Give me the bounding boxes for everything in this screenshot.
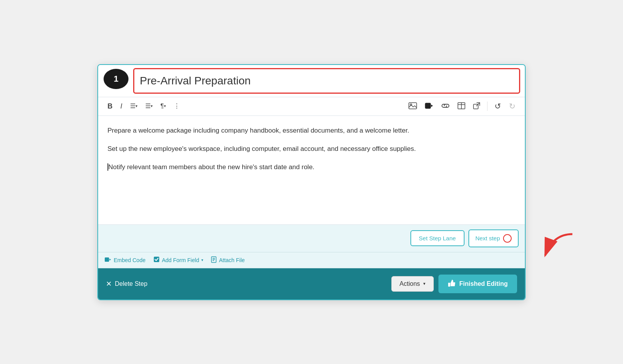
undo-icon: ↺ [495,102,501,110]
set-step-lane-button[interactable]: Set Step Lane [410,230,465,246]
page-wrapper: 1 B I ☰ ▾ ☰ ▾ ¶ ▾ ⋮ [0,49,623,316]
content-paragraph-1: Prepare a welcome package including comp… [107,125,516,136]
finished-editing-label: Finished Editing [459,280,508,287]
redo-button[interactable]: ↻ [506,100,519,112]
ordered-list-dropdown-icon: ▾ [136,104,137,108]
actions-label: Actions [399,280,420,287]
more-options-button[interactable]: ⋮ [171,101,183,111]
next-step-button[interactable]: Next step [468,229,519,247]
unordered-list-dropdown-icon: ▾ [151,104,153,108]
redo-icon: ↻ [509,102,516,110]
editor-content[interactable]: Prepare a welcome package including comp… [98,116,525,225]
italic-button[interactable]: I [117,101,125,112]
ordered-list-button[interactable]: ☰ ▾ [127,101,141,111]
editor-link-row: Embed Code Add Form Field ▾ [98,252,525,268]
svg-rect-16 [448,283,450,287]
link-icon [441,103,450,110]
add-form-field-icon [153,256,160,264]
title-input-wrapper [133,68,520,94]
unordered-list-button[interactable]: ☰ ▾ [142,101,156,111]
external-link-icon [473,102,480,110]
video-icon [425,103,433,110]
editor-card: 1 B I ☰ ▾ ☰ ▾ ¶ ▾ ⋮ [97,64,526,300]
embed-code-video-icon [104,257,111,263]
embed-code-label: Embed Code [114,257,146,263]
svg-rect-9 [105,257,109,262]
thumbs-up-icon [448,279,456,289]
content-paragraph-3: Notify relevant team members about the n… [107,162,516,172]
step-number-badge: 1 [104,69,128,89]
delete-step-button[interactable]: ✕ Delete Step [106,280,148,288]
attach-file-icon [211,256,216,264]
external-link-button[interactable] [470,100,483,112]
more-options-icon: ⋮ [174,103,180,109]
next-step-circle-icon [503,234,512,243]
add-form-field-label: Add Form Field [162,257,199,263]
content-paragraph-2: Set up the new employee's workspace, inc… [107,144,516,154]
paragraph-dropdown-icon: ▾ [164,104,166,108]
table-icon [458,102,465,110]
attach-file-button[interactable]: Attach File [211,256,245,264]
finished-editing-button[interactable]: Finished Editing [438,275,517,293]
red-arrow [541,230,576,261]
add-form-field-dropdown-icon: ▾ [201,258,203,262]
table-button[interactable] [454,100,468,112]
paragraph-icon: ¶ [160,103,164,109]
svg-marker-3 [431,105,433,107]
attach-file-label: Attach File [219,257,245,263]
unordered-list-icon: ☰ [145,103,151,109]
image-button[interactable] [405,100,420,112]
actions-dropdown-icon: ▾ [423,281,426,286]
delete-step-x-icon: ✕ [106,280,112,288]
add-form-field-button[interactable]: Add Form Field ▾ [153,256,204,264]
footer-right: Actions ▾ Finished Editing [391,275,517,293]
ordered-list-icon: ☰ [130,103,136,109]
editor-toolbar: B I ☰ ▾ ☰ ▾ ¶ ▾ ⋮ [98,97,525,116]
paragraph-button[interactable]: ¶ ▾ [157,101,169,111]
link-button[interactable] [438,101,453,112]
actions-button[interactable]: Actions ▾ [391,276,433,292]
editor-footer: ✕ Delete Step Actions ▾ Finished Editing [98,268,525,299]
image-icon [408,102,417,110]
video-button[interactable] [422,101,436,112]
delete-step-label: Delete Step [115,280,148,287]
embed-code-button[interactable]: Embed Code [104,257,146,263]
svg-rect-2 [425,103,431,108]
svg-marker-10 [109,259,111,261]
title-input[interactable] [134,69,519,93]
undo-button[interactable]: ↺ [491,100,504,112]
editor-actions-row: Set Step Lane Next step [98,225,525,252]
next-step-label: Next step [475,235,500,242]
bold-button[interactable]: B [104,101,116,112]
toolbar-separator [487,102,487,111]
title-row: 1 [98,65,525,97]
